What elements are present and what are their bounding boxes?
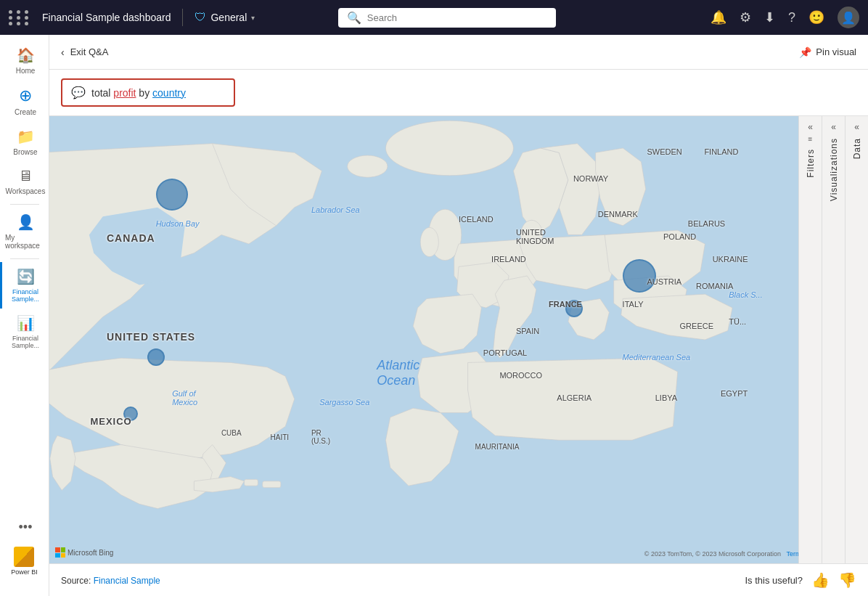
bing-text: Microsoft Bing	[67, 549, 113, 557]
exit-qa-button[interactable]: ‹ Exit Q&A	[61, 46, 108, 58]
visualizations-panel-tab[interactable]: « Visualizations	[822, 116, 845, 563]
qa-header: ‹ Exit Q&A 📌 Pin visual	[49, 35, 868, 70]
pin-icon: 📌	[799, 46, 811, 58]
qa-input-text: total profit by country	[91, 87, 186, 99]
thumbs-up-button[interactable]: 👍	[811, 571, 830, 589]
settings-icon[interactable]: ⚙	[740, 9, 751, 25]
mexico-data-bubble[interactable]	[123, 407, 138, 421]
sidebar-item-workspaces-label: Workspaces	[6, 187, 46, 195]
footer: Source: Financial Sample Is this useful?…	[49, 563, 868, 596]
france-data-bubble[interactable]	[565, 300, 583, 317]
canada-data-bubble[interactable]	[156, 179, 188, 211]
sidebar-divider-2	[10, 258, 39, 259]
profit-highlight: profit	[113, 87, 136, 99]
browse-icon: 📁	[17, 128, 35, 145]
exit-qa-label: Exit Q&A	[70, 46, 109, 57]
powerbi-label: Power BI	[11, 568, 38, 576]
filter-lines-icon: ≡	[808, 135, 813, 143]
sidebar-item-browse-label: Browse	[13, 148, 37, 156]
data-panel-tab[interactable]: « Data	[845, 116, 868, 563]
source-prefix: Source:	[61, 576, 94, 586]
sidebar-item-my-workspace-label: My workspace	[5, 234, 46, 250]
qa-input-area: 💬 total profit by country	[49, 70, 868, 116]
bing-logo: Microsoft Bing	[55, 547, 113, 558]
right-panels: « ≡ Filters « Visualizations « Data	[798, 116, 868, 563]
qa-input-box[interactable]: 💬 total profit by country	[61, 78, 235, 107]
feedback-icon[interactable]: 🙂	[808, 9, 824, 25]
sidebar-divider	[10, 204, 39, 205]
workspaces-icon: 🖥	[18, 168, 33, 184]
collapse-left-icon: «	[808, 122, 813, 132]
svg-point-2	[348, 155, 388, 177]
search-bar[interactable]: 🔍	[338, 8, 556, 28]
sidebar-bottom: ••• Power BI	[11, 505, 38, 590]
download-icon[interactable]: ⬇	[764, 9, 775, 25]
avatar-icon: 👤	[841, 11, 856, 25]
sidebar-item-my-workspace[interactable]: 👤 My workspace	[0, 208, 49, 256]
pin-label: Pin visual	[816, 46, 856, 57]
workspace-selector[interactable]: 🛡 General ▾	[195, 11, 255, 24]
create-icon: ⊕	[19, 86, 32, 105]
my-workspace-icon: 👤	[17, 213, 35, 231]
app-launcher-button[interactable]	[9, 10, 30, 25]
topbar: Financial Sample dashboard 🛡 General ▾ 🔍…	[0, 0, 868, 35]
sidebar-item-home-label: Home	[16, 67, 36, 75]
sidebar-item-financial-sample-2[interactable]: 📊 Financial Sample...	[0, 309, 49, 355]
topbar-icons: 🔔 ⚙ ⬇ ? 🙂 👤	[711, 7, 859, 28]
copyright-text: © 2023 TomTom, © 2023 Microsoft Corporat…	[644, 550, 781, 558]
app-title: Financial Sample dashboard	[42, 12, 171, 23]
financial-sample-1-icon: 🔄	[17, 268, 35, 285]
topbar-divider	[182, 9, 183, 26]
workspace-name: General	[210, 12, 247, 23]
shield-icon: 🛡	[195, 11, 206, 24]
chevron-down-icon: ▾	[251, 14, 255, 22]
powerbi-logo	[14, 547, 34, 567]
more-icon: •••	[19, 520, 33, 535]
financial-sample-2-icon: 📊	[17, 314, 35, 332]
avatar[interactable]: 👤	[838, 7, 859, 28]
sidebar-item-browse[interactable]: 📁 Browse	[0, 122, 49, 162]
map-and-panels: CANADA UNITED STATES MEXICO ICELAND SWED…	[49, 116, 868, 563]
chat-icon: 💬	[71, 86, 86, 99]
sidebar-item-workspaces[interactable]: 🖥 Workspaces	[0, 162, 49, 201]
collapse-left-3-icon: «	[854, 122, 859, 132]
svg-rect-3	[245, 479, 258, 486]
svg-point-1	[385, 121, 513, 175]
sidebar-item-financial-sample-2-label: Financial Sample...	[5, 335, 46, 349]
visualizations-label: Visualizations	[829, 132, 839, 207]
pin-visual-button[interactable]: 📌 Pin visual	[799, 46, 856, 58]
thumbs-down-button[interactable]: 👎	[838, 571, 856, 589]
sidebar-item-home[interactable]: 🏠 Home	[0, 41, 49, 81]
sidebar-item-create-label: Create	[15, 108, 36, 116]
main-layout: 🏠 Home ⊕ Create 📁 Browse 🖥 Workspaces 👤 …	[0, 35, 868, 596]
search-icon: 🔍	[347, 11, 361, 25]
help-icon[interactable]: ?	[788, 10, 795, 25]
search-input[interactable]	[367, 12, 547, 23]
source-link[interactable]: Financial Sample	[94, 576, 160, 586]
filters-label: Filters	[806, 143, 816, 184]
content-area: ‹ Exit Q&A 📌 Pin visual 💬 total profit b…	[49, 35, 868, 596]
data-label: Data	[852, 132, 862, 165]
collapse-left-2-icon: «	[831, 122, 836, 132]
notifications-icon[interactable]: 🔔	[711, 9, 726, 25]
sidebar: 🏠 Home ⊕ Create 📁 Browse 🖥 Workspaces 👤 …	[0, 35, 49, 596]
country-highlight: country	[152, 87, 186, 99]
back-arrow-icon: ‹	[61, 46, 65, 58]
germany-data-bubble[interactable]	[623, 259, 656, 293]
sidebar-more-button[interactable]: •••	[11, 514, 38, 541]
filters-panel-tab[interactable]: « ≡ Filters	[798, 116, 822, 563]
svg-point-6	[420, 227, 438, 256]
source-text: Source: Financial Sample	[61, 573, 160, 587]
panel-tabs: « ≡ Filters « Visualizations « Data	[798, 116, 868, 563]
map-container[interactable]: CANADA UNITED STATES MEXICO ICELAND SWED…	[49, 116, 868, 563]
sidebar-item-financial-sample-1[interactable]: 🔄 Financial Sample...	[0, 262, 49, 309]
useful-text: Is this useful?	[745, 575, 803, 586]
sidebar-item-financial-sample-1-label: Financial Sample...	[5, 288, 46, 303]
sidebar-item-create[interactable]: ⊕ Create	[0, 81, 49, 122]
useful-area: Is this useful? 👍 👎	[745, 571, 857, 589]
svg-rect-4	[263, 481, 281, 488]
home-icon: 🏠	[17, 46, 35, 64]
